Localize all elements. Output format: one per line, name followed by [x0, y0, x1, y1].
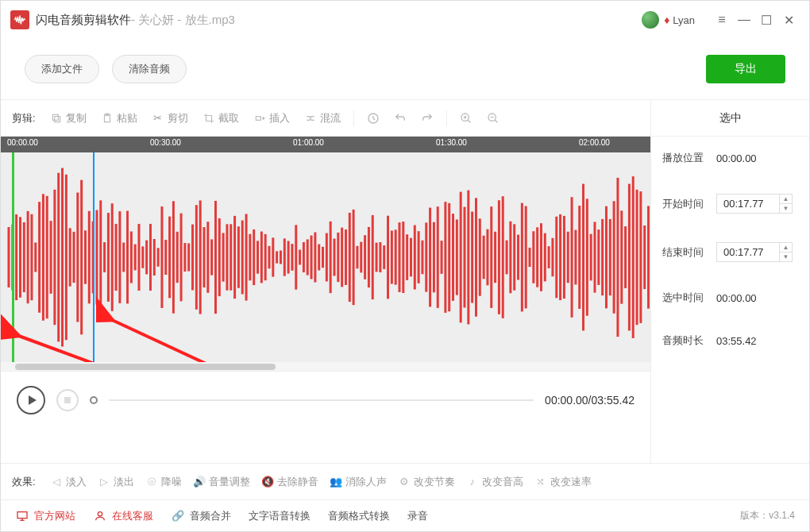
svg-point-181: [98, 511, 102, 515]
zoom-in-button[interactable]: [455, 107, 477, 129]
clear-audio-button[interactable]: 清除音频: [112, 55, 187, 83]
waveform-display[interactable]: [1, 152, 650, 362]
scrollbar-thumb[interactable]: [15, 364, 276, 370]
start-time-input[interactable]: 00:17.77 ▲▼: [716, 194, 793, 214]
effects-label: 效果:: [12, 475, 36, 489]
effects-toolbar: 效果: ◁淡入 ▷淡出 ⦾降噪 🔊音量调整 🔇去除静音 👥消除人声 ⚙改变节奏 …: [1, 463, 809, 499]
format-convert-link[interactable]: 音频格式转换: [328, 509, 390, 523]
volume-icon: 🔊: [193, 476, 206, 488]
ruler-tick: 02:00.00: [579, 138, 610, 147]
end-time-input[interactable]: 00:17.77 ▲▼: [716, 242, 793, 262]
spinner-down-icon[interactable]: ▼: [779, 253, 792, 261]
spinner-down-icon[interactable]: ▼: [779, 204, 792, 213]
denoise-button[interactable]: ⦾降噪: [145, 475, 182, 489]
merge-icon: 🔗: [171, 509, 185, 523]
progress-handle[interactable]: [90, 396, 98, 404]
audio-duration-label: 音频时长: [662, 333, 710, 348]
insert-icon: [253, 112, 266, 125]
speed-icon: ⤭: [534, 476, 547, 488]
selection-header: 选中: [651, 100, 809, 137]
pitch-button[interactable]: ♪改变音高: [466, 475, 523, 489]
copy-button[interactable]: 复制: [45, 108, 91, 129]
paste-icon: [101, 112, 114, 125]
maximize-icon[interactable]: ☐: [755, 9, 777, 31]
file-name: - 关心妍 - 放生.mp3: [131, 13, 235, 28]
export-button[interactable]: 导出: [706, 55, 785, 83]
pitch-icon: ♪: [466, 476, 479, 488]
crop-icon: [202, 112, 215, 125]
progress-track[interactable]: [109, 399, 534, 401]
close-icon[interactable]: ✕: [777, 9, 800, 31]
volume-button[interactable]: 🔊音量调整: [193, 475, 250, 489]
scissors-icon: ✂: [152, 112, 164, 125]
copy-icon: [50, 112, 63, 125]
stop-button[interactable]: [56, 389, 79, 411]
remove-vocals-button[interactable]: 👥消除人声: [330, 475, 387, 489]
insert-button[interactable]: 插入: [249, 108, 295, 129]
fade-in-icon: ◁: [50, 476, 63, 488]
redo-button[interactable]: [416, 107, 438, 129]
audio-merge-link[interactable]: 🔗音频合并: [171, 509, 231, 523]
ruler-tick: 00:00.00: [7, 138, 38, 147]
mix-button[interactable]: 混流: [299, 108, 345, 129]
play-position-value: 00:00.00: [716, 152, 757, 164]
play-position-label: 播放位置: [662, 151, 710, 165]
svg-rect-4: [256, 116, 260, 120]
toolbar-label: 剪辑:: [12, 111, 36, 125]
fade-in-button[interactable]: ◁淡入: [50, 475, 87, 489]
official-site-link[interactable]: 官方网站: [15, 509, 75, 523]
ruler-tick: 00:30.00: [150, 138, 181, 147]
version-label: 版本：v3.1.4: [740, 509, 795, 522]
left-panel: 剪辑: 复制 粘贴 ✂剪切 截取 插入 混流 00:00.00 00:30.00…: [1, 100, 650, 463]
arrow-annotation: [96, 295, 255, 362]
bottom-bar: 官方网站 在线客服 🔗音频合并 文字语音转换 音频格式转换 录音 版本：v3.1…: [1, 499, 809, 531]
paste-button[interactable]: 粘贴: [96, 108, 142, 129]
avatar[interactable]: [642, 11, 659, 29]
right-panel: 选中 播放位置 00:00.00 开始时间 00:17.77 ▲▼ 结束时间 0…: [650, 100, 809, 463]
gem-icon: ♦: [664, 13, 669, 26]
undo-button[interactable]: [389, 107, 411, 129]
svg-rect-0: [54, 116, 60, 121]
start-time-label: 开始时间: [662, 197, 710, 211]
top-button-row: 添加文件 清除音频 导出: [1, 39, 809, 99]
crop-button[interactable]: 截取: [198, 108, 244, 129]
tempo-icon: ⚙: [398, 476, 411, 488]
play-button[interactable]: [17, 386, 45, 414]
tempo-button[interactable]: ⚙改变节奏: [398, 475, 455, 489]
menu-icon[interactable]: ≡: [711, 9, 733, 31]
mix-icon: [304, 112, 317, 125]
app-title: 闪电音频剪辑软件: [36, 13, 131, 28]
zoom-out-button[interactable]: [482, 107, 504, 129]
app-icon: [10, 10, 29, 29]
denoise-icon: ⦾: [145, 476, 158, 488]
fade-out-icon: ▷: [98, 476, 110, 488]
monitor-icon: [15, 509, 29, 523]
fade-out-button[interactable]: ▷淡出: [98, 475, 134, 489]
speed-button[interactable]: ⤭改变速率: [534, 475, 592, 489]
spinner-up-icon[interactable]: ▲: [779, 195, 792, 204]
add-file-button[interactable]: 添加文件: [25, 55, 99, 83]
ruler-tick: 01:00.00: [293, 138, 324, 147]
minimize-icon[interactable]: —: [733, 9, 755, 31]
ruler-tick: 01:30.00: [436, 138, 467, 147]
edit-toolbar: 剪辑: 复制 粘贴 ✂剪切 截取 插入 混流: [1, 100, 650, 137]
horizontal-scrollbar[interactable]: [1, 362, 650, 372]
timeline-ruler[interactable]: 00:00.00 00:30.00 01:00.00 01:30.00 02:0…: [1, 137, 650, 152]
spinner-up-icon[interactable]: ▲: [779, 243, 792, 253]
cut-button[interactable]: ✂剪切: [147, 108, 193, 129]
vocals-icon: 👥: [330, 476, 342, 488]
silence-icon: 🔇: [261, 476, 274, 488]
record-link[interactable]: 录音: [407, 509, 428, 523]
online-support-link[interactable]: 在线客服: [93, 509, 153, 523]
end-time-label: 结束时间: [662, 245, 710, 260]
support-icon: [93, 509, 107, 523]
title-bar: 闪电音频剪辑软件 - 关心妍 - 放生.mp3 ♦ Lyan ≡ — ☐ ✕: [1, 1, 809, 39]
username[interactable]: Lyan: [673, 14, 695, 26]
selected-time-value: 00:00.00: [716, 292, 757, 304]
svg-rect-180: [17, 511, 27, 518]
remove-silence-button[interactable]: 🔇去除静音: [261, 475, 318, 489]
tts-link[interactable]: 文字语音转换: [249, 509, 310, 523]
playback-controls: 00:00.00/03:55.42: [1, 372, 650, 429]
selected-time-label: 选中时间: [662, 291, 710, 305]
undo-history-button[interactable]: [362, 107, 384, 129]
